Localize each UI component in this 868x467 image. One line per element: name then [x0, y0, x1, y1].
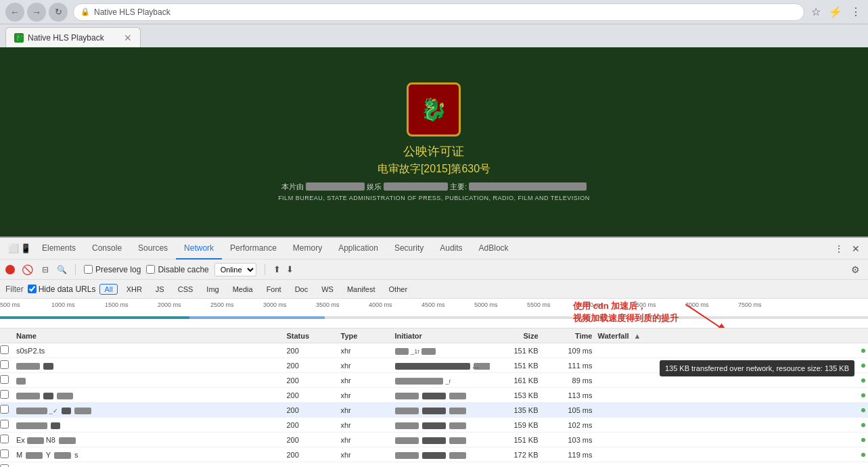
filter-all-button[interactable]: All	[99, 284, 117, 295]
tab-close-icon[interactable]: ✕	[124, 32, 132, 43]
row-name: ████ _✓ █ ██	[14, 406, 287, 414]
tab-performance[interactable]: Performance	[222, 238, 285, 260]
timeline-marker-5500: 5500 ms	[527, 301, 551, 308]
row-checkbox[interactable]	[0, 405, 9, 414]
import-button[interactable]: ⬆	[273, 264, 281, 274]
tab-audits[interactable]: Audits	[432, 238, 470, 260]
address-bar[interactable]: 🔒 Native HLS Playback	[73, 3, 804, 21]
filter-manifest-button[interactable]: Manifest	[342, 284, 380, 295]
record-button[interactable]	[5, 265, 15, 274]
header-status[interactable]: Status	[287, 332, 341, 340]
row-size: 153 KB	[490, 391, 544, 399]
network-settings-button[interactable]: ⚙	[848, 262, 863, 278]
row-name: █	[14, 376, 287, 385]
menu-button[interactable]: ⋮	[849, 4, 863, 20]
row-type: xhr	[341, 406, 395, 414]
disable-cache-checkbox[interactable]	[146, 265, 155, 274]
preserve-log-checkbox[interactable]	[84, 265, 93, 274]
waterfall-indicator	[861, 438, 865, 442]
network-table-container: Name Status Type Initiator Size Time Wat…	[0, 328, 868, 467]
filter-font-button[interactable]: Font	[262, 284, 286, 295]
search-icon[interactable]: 🔍	[56, 264, 67, 275]
row-checkbox[interactable]	[0, 345, 9, 354]
filter-media-button[interactable]: Media	[228, 284, 258, 295]
row-status: 200	[287, 421, 341, 429]
reload-button[interactable]: ↻	[49, 3, 68, 22]
timeline-marker-4500: 4500 ms	[421, 301, 445, 308]
tab-favicon: 🐉	[14, 33, 24, 43]
export-button[interactable]: ⬇	[286, 264, 294, 274]
filter-xhr-button[interactable]: XHR	[122, 284, 147, 295]
back-button[interactable]: ←	[5, 3, 24, 22]
header-time[interactable]: Time	[544, 332, 598, 340]
timeline-marker-6000: 6000 ms	[580, 301, 603, 308]
table-row[interactable]: ███ █ ██ 200 xhr ███ ███ ██ 153 KB 113 m…	[0, 388, 868, 403]
row-checkbox[interactable]	[0, 449, 9, 458]
row-checkbox[interactable]	[0, 435, 9, 443]
header-size[interactable]: Size	[490, 332, 544, 340]
row-checkbox[interactable]	[0, 390, 9, 399]
timeline-area: 使用 cdn 加速后， 视频加载速度得到质的提升 500 ms 1000 ms …	[0, 299, 868, 328]
row-initiator: ███ ███ ██	[395, 436, 490, 444]
tab-console[interactable]: Console	[84, 238, 130, 260]
table-row[interactable]: Ex ██ N8 ██ 200 xhr ███ ███ ██ 151 KB 10…	[0, 433, 868, 447]
tab-network[interactable]: Network	[176, 238, 222, 260]
tab-elements[interactable]: Elements	[34, 238, 84, 260]
timeline-marker-3000: 3000 ms	[263, 301, 287, 308]
filter-doc-button[interactable]: Doc	[290, 284, 313, 295]
table-row[interactable]: ████ _✓ █ ██ 200 xhr ███ ███ ██ 135 KB 1…	[0, 403, 868, 418]
row-type: xhr	[341, 347, 395, 355]
header-name[interactable]: Name	[14, 332, 287, 340]
filter-css-button[interactable]: CSS	[173, 284, 198, 295]
table-row[interactable]: M ██ Y ██ s 200 xhr ███ ███ ██ 172 KB 11…	[0, 447, 868, 462]
table-row[interactable]: ████ ██ s 200 xhr ███ ███ 146 KB 122 ms	[0, 462, 868, 467]
devtools-more-button[interactable]: ⋮	[831, 241, 846, 257]
header-type[interactable]: Type	[341, 332, 395, 340]
cert-display: 🐉 公映许可证 电审故字[2015]第630号 本片由 ██████ 娱乐 ██…	[278, 82, 590, 201]
table-row[interactable]: s0sP2.ts 200 xhr ██ _1r ██ 151 KB 109 ms	[0, 343, 868, 358]
row-checkbox[interactable]	[0, 360, 9, 369]
preserve-log-label[interactable]: Preserve log	[84, 265, 141, 274]
row-name: ████ █	[14, 421, 287, 429]
row-checkbox[interactable]	[0, 464, 9, 467]
tab-adblock[interactable]: AdBlock	[471, 238, 517, 260]
row-status: 200	[287, 362, 341, 370]
tab-application[interactable]: Application	[330, 238, 386, 260]
timeline-progress-area	[0, 314, 868, 324]
forward-button[interactable]: →	[27, 3, 46, 22]
waterfall-indicator	[861, 393, 865, 397]
extensions-button[interactable]: ⚡	[827, 4, 844, 20]
waterfall-sort-icon: ▲	[634, 332, 641, 340]
devtools-tab-bar: ⬜ 📱 Elements Console Sources Network Per…	[0, 238, 868, 260]
hide-data-urls-checkbox[interactable]	[28, 285, 37, 293]
disable-cache-label[interactable]: Disable cache	[146, 265, 208, 274]
filter-js-button[interactable]: JS	[151, 284, 169, 295]
row-time: 89 ms	[544, 376, 598, 385]
row-name: ███ █ ██	[14, 391, 287, 399]
tab-security[interactable]: Security	[386, 238, 432, 260]
devtools-settings-button[interactable]: ✕	[849, 241, 863, 257]
row-size: 151 KB	[490, 362, 544, 370]
filter-other-button[interactable]: Other	[384, 284, 413, 295]
timeline-marker-2500: 2500 ms	[210, 301, 234, 308]
tab-sources[interactable]: Sources	[130, 238, 176, 260]
table-row[interactable]: ████ █ 200 xhr ███ ███ ██ 159 KB 102 ms	[0, 418, 868, 433]
inspect-icon[interactable]: ⬜	[8, 243, 19, 254]
row-name: s0sP2.ts	[14, 347, 287, 355]
throttle-select[interactable]: Online	[214, 263, 256, 276]
active-tab[interactable]: 🐉 Native HLS Playback ✕	[5, 27, 141, 47]
filter-ws-button[interactable]: WS	[317, 284, 338, 295]
row-time: 102 ms	[544, 421, 598, 429]
header-initiator[interactable]: Initiator	[395, 332, 490, 340]
filter-img-button[interactable]: Img	[202, 284, 223, 295]
device-icon[interactable]: 📱	[20, 243, 31, 254]
row-type: xhr	[341, 376, 395, 385]
filter-toggle-icon[interactable]: ⊟	[40, 264, 51, 275]
row-checkbox[interactable]	[0, 420, 9, 428]
row-checkbox[interactable]	[0, 375, 9, 384]
devtools-gear-area: ⚙	[848, 262, 863, 278]
bookmark-button[interactable]: ☆	[810, 4, 822, 20]
clear-button[interactable]: 🚫	[20, 264, 35, 275]
hide-data-urls-label[interactable]: Hide data URLs	[28, 285, 96, 294]
tab-memory[interactable]: Memory	[285, 238, 330, 260]
